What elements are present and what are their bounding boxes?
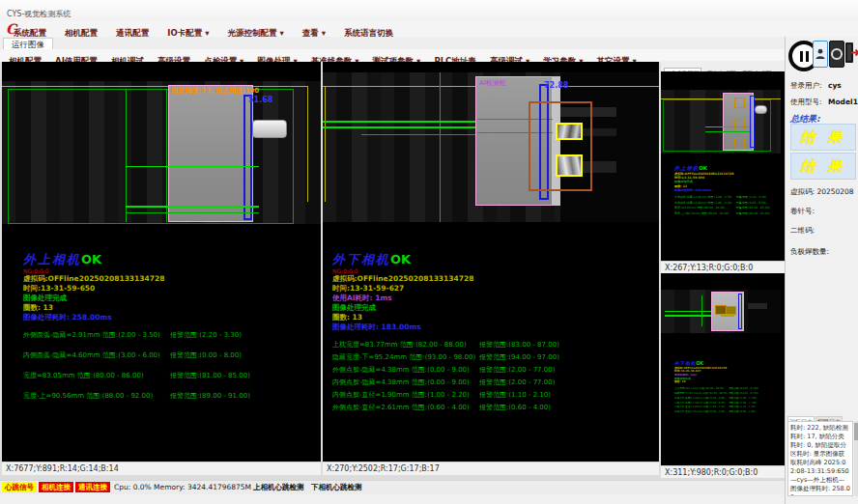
mini-camera-image-upper[interactable]	[661, 90, 781, 154]
app-window: CYS-视觉检测系统 C 系统配置 相机配置 通讯配置 IO卡配置 ▾ 光源控制…	[0, 0, 858, 504]
result-box-lower: 结 果	[790, 153, 856, 180]
measure-blue-rect	[738, 294, 742, 329]
mini-camera-image-lower[interactable]	[661, 290, 781, 333]
dark-ledge	[748, 303, 767, 309]
tab-connector-object	[252, 120, 287, 138]
result-status: OK	[390, 252, 411, 266]
cpu-memory-text: Cpu: 0.0% Memory: 3424.41796875M	[114, 483, 251, 491]
camera-name: 外上相机	[23, 252, 81, 266]
green-hline	[126, 206, 259, 208]
green-vline	[166, 89, 167, 222]
monitor-button[interactable]	[829, 41, 844, 68]
measurement-row: 宽度=83.05mm 范围:(80.00 - 86.00)报警范围:(81.00…	[23, 371, 164, 391]
control-panel: 登录用户: cys 使用型号: Model1 总结果: 结 果 结 果 虚拟码:…	[785, 37, 858, 504]
detect-orange-rect	[734, 98, 745, 108]
mini-result-block-lower: 外下相机OK 虚拟码:OFFline20250208133134728 时间:1…	[674, 359, 796, 414]
measurement-row: 外侧点胶-隐藏=4.38mm 范围:(0.00 - 9.00)报警范围:(2.0…	[332, 365, 475, 378]
ng-counter: NG:0:0:0	[23, 267, 164, 274]
result-block-upper: 外上相机OK NG:0:0:0 虚拟码:OFFline2025020813313…	[23, 249, 164, 411]
measure-blue-rect	[750, 96, 755, 148]
weld-yellow-rect	[556, 154, 583, 177]
login-user-button[interactable]	[813, 41, 828, 68]
barcode-line: 虚拟码:OFFline20250208133134728	[332, 274, 475, 284]
camera-image-lower[interactable]: AI检测框 72.88	[323, 72, 659, 222]
measurement-row: 外侧圆弧-隐藏=2.91mm 范围:(2.00 - 3.50)报警范围:(2.2…	[23, 330, 164, 350]
mini-pixel-coords-upper: X:267;Y:13;R:0;G:0;B:0	[661, 261, 785, 273]
time-line: 时间:13-31-59-650	[23, 284, 164, 294]
measure-value-label: 72.88	[544, 81, 568, 90]
model-label: 使用型号:	[790, 98, 822, 107]
weld-count-label: 负极焊数量:	[790, 247, 829, 257]
measurement-row: 上枕宽度=83.77mm 范围:(82.00 - 88.00)报警范围:(83.…	[332, 340, 475, 352]
camera-image-upper[interactable]: 固定阈值:93, 动态阈值:100 51.68	[2, 81, 321, 224]
result-status: OK	[81, 252, 101, 266]
detect-orange-rect	[734, 119, 745, 129]
titlebar: CYS-视觉检测系统	[0, 0, 858, 22]
baseline-yellow-line	[2, 86, 307, 87]
login-user-value: cys	[828, 81, 842, 90]
ai-time-line: 使用AI耗时: 1ms	[332, 294, 475, 303]
tabbar: 运行图像	[0, 37, 785, 50]
camera-view-upper[interactable]: 固定阈值:93, 动态阈值:100 51.68 外上相机OK NG:0:0:0 …	[2, 62, 321, 462]
pixel-coords-lower: X:270;Y:2502;R:17;G:17;B:17	[323, 462, 659, 475]
measurement-row: 内侧圆弧-隐藏=4.60mm 范围:(3.00 - 6.00)报警范围:(0.0…	[23, 350, 164, 371]
turns-line: 圈数: 13	[23, 303, 164, 313]
ai-box-label: AI检测框	[479, 78, 506, 88]
measurement-row: 外侧点胶-直径=2.61mm 范围:(0.60 - 4.00)报警范围:(0.6…	[332, 403, 475, 415]
result-box-upper: 结 果	[790, 124, 856, 151]
mini-view-lower-panel[interactable]: 外下相机OK 虚拟码:OFFline20250208133134728 时间:1…	[661, 278, 785, 465]
yellow-vline	[325, 86, 326, 202]
user-icon	[815, 48, 825, 60]
elapsed-line: 图像处理耗时: 258.00ms	[23, 313, 164, 322]
camera-link-indicator: 相机连接	[39, 482, 73, 492]
camera-name: 外下相机	[332, 252, 390, 266]
heartbeat-indicator: 心跳信号	[2, 482, 37, 492]
yellow-smear	[721, 314, 734, 317]
result-block-lower: 外下相机OK NG:0:0:0 虚拟码:OFFline2025020813313…	[332, 249, 475, 415]
process-done-line: 图像处理完成	[332, 303, 475, 313]
part-region	[168, 85, 253, 222]
green-hline	[705, 131, 750, 132]
green-hline	[126, 166, 259, 167]
measurement-rows: 上枕宽度=83.77mm 范围:(82.00 - 88.00)报警范围:(83.…	[332, 340, 475, 415]
measure-value-label: 51.68	[248, 96, 272, 104]
log-scrollbar[interactable]	[854, 421, 858, 496]
green-vline	[440, 72, 441, 222]
measurement-row: 宽度-上=90.56mm 范围:(88.00 - 92.00)报警范围:(89.…	[23, 391, 164, 411]
ng-counter: NG:0:0:0	[332, 267, 475, 274]
yellow-vline	[307, 86, 308, 202]
measurement-row: 内侧点胶-隐藏=4.38mm 范围:(0.00 - 9.00)报警范围:(2.0…	[332, 378, 475, 390]
upper-camera-heartbeat-button[interactable]: 上相机心跳检测	[253, 483, 304, 492]
lens-icon	[831, 48, 843, 60]
barcode-label: 虚拟码: 20250208	[790, 187, 854, 197]
dark-region	[748, 290, 781, 333]
measure-blue-rect	[243, 95, 252, 220]
qr-label: 二维码:	[790, 226, 815, 236]
mini-pixel-coords-lower: X:311;Y:980;R:0;G:0;B:0	[661, 465, 785, 478]
lower-camera-heartbeat-button[interactable]: 下相机心跳检测	[311, 483, 362, 492]
log-textbox[interactable]: 耗时: 222, 缺陷检测耗时: 17, 缺陷分类耗时: 0, 缺陷提取分区耗时…	[787, 421, 853, 496]
measurement-rows: 外侧圆弧-隐藏=2.91mm 范围:(2.00 - 3.50)报警范围:(2.2…	[23, 330, 164, 411]
elapsed-line: 图像处理耗时: 183.00ms	[332, 322, 475, 332]
turns-line: 圈数: 13	[332, 313, 475, 322]
camera-view-lower[interactable]: AI检测框 72.88 外下相机OK NG:0:0:0 虚拟码:OFFline2…	[323, 62, 659, 462]
green-vline	[701, 295, 702, 326]
exit-door-icon	[844, 40, 858, 66]
detect-orange-rect	[734, 138, 745, 149]
mini-view-upper-panel[interactable]: 外上相机OK 虚拟码:OFFline20250208133134728 时间:1…	[661, 71, 785, 261]
green-hline	[126, 212, 259, 213]
bottom-status-bar: 心跳信号 相机连接 通讯连接 Cpu: 0.0% Memory: 3424.41…	[0, 480, 785, 494]
detect-brown-rect	[529, 101, 592, 191]
exit-button[interactable]	[844, 40, 858, 70]
mini-result-block-upper: 外上相机OK 虚拟码:OFFline20250208133134728 时间:1…	[674, 164, 800, 216]
needle-label: 卷针号:	[790, 207, 815, 216]
comm-link-indicator: 通讯连接	[75, 482, 110, 492]
model-value: Model1	[828, 98, 858, 106]
time-line: 时间:13-31-59-627	[332, 284, 475, 294]
green-hline	[665, 315, 715, 317]
weld-yellow-rect	[556, 123, 583, 140]
tab-connector-object	[755, 105, 767, 114]
measurement-row: 隐藏宽度-下=95.24mm 范围:(93.00 - 98.00)报警范围:(9…	[332, 352, 475, 365]
log-tabs: 运行日志报警日志调试日志	[787, 409, 857, 421]
process-done-line: 图像处理完成	[23, 294, 164, 303]
